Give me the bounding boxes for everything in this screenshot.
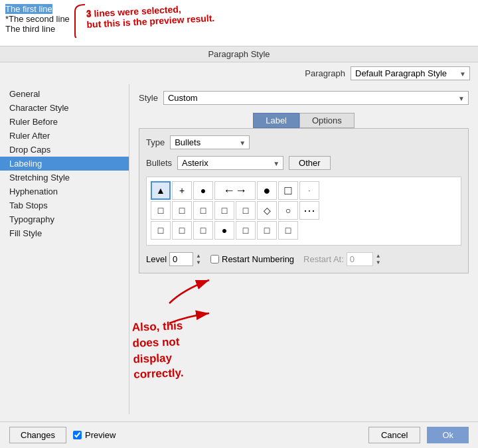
content-area: Style Custom Label Options Type Bullets xyxy=(129,84,478,414)
bullets-select-wrapper[interactable]: Asterix xyxy=(177,156,283,170)
bullets-grid-row3: □ □ □ ● □ □ □ xyxy=(151,221,457,240)
style-select-wrapper[interactable]: Custom xyxy=(163,91,469,105)
sidebar-item-hyphenation[interactable]: Hyphenation xyxy=(0,185,129,198)
title-bar: Paragraph Style xyxy=(0,46,478,62)
sidebar-item-labeling[interactable]: Labeling xyxy=(0,157,129,171)
bullet-cell-circle-outline[interactable]: ○ xyxy=(278,201,298,220)
sidebar-item-tab-stops[interactable]: Tab Stops xyxy=(0,198,129,212)
bullet-cell-square-outline[interactable]: □ xyxy=(278,181,298,200)
bullets-select[interactable]: Asterix xyxy=(177,156,283,170)
sidebar-item-ruler-before[interactable]: Ruler Before xyxy=(0,115,129,129)
svg-text:3: 3 xyxy=(86,8,91,18)
bullet-cell-sq5[interactable]: □ xyxy=(236,201,256,220)
restart-numbering-check: Restart Numbering xyxy=(210,254,294,264)
paragraph-label: Paragraph xyxy=(305,68,345,78)
other-button[interactable]: Other xyxy=(289,156,331,170)
sidebar-item-stretching-style[interactable]: Stretching Style xyxy=(0,171,129,185)
bullets-grid: ▲ + ● ←→ ● □ · □ □ □ □ □ ◇ ○ ⋯ xyxy=(146,177,461,246)
type-label: Type xyxy=(146,137,165,147)
type-select[interactable]: Bullets xyxy=(170,135,250,149)
bullet-cell-sq11[interactable]: □ xyxy=(278,221,298,240)
bullet-cell-sq1[interactable]: □ xyxy=(151,201,171,220)
line2-text: *The second line xyxy=(5,14,70,24)
bullets-label: Bullets xyxy=(146,158,172,168)
bullet-cell-circle-filled1[interactable]: ● xyxy=(193,181,213,200)
title-label: Paragraph Style xyxy=(208,49,270,59)
bottom-right: Cancel Ok xyxy=(368,427,469,443)
bullets-row: Bullets Asterix Other xyxy=(146,156,461,170)
restart-at-spinner: ▲ ▼ xyxy=(376,253,381,266)
ok-button[interactable]: Ok xyxy=(427,427,469,443)
bullet-cell-sq9[interactable]: □ xyxy=(236,221,256,240)
bullets-grid-row1: ▲ + ● ←→ ● □ · xyxy=(151,181,457,200)
sidebar-item-typography[interactable]: Typography xyxy=(0,212,129,226)
level-row: Level ▲ ▼ Restart Numbering Restart At: … xyxy=(146,252,461,266)
level-input-wrap: Level ▲ ▼ xyxy=(146,252,201,266)
line1-text: The first line xyxy=(5,4,52,14)
bullet-cell-sq2[interactable]: □ xyxy=(172,201,192,220)
restart-at-wrap: Restart At: ▲ ▼ xyxy=(303,252,381,266)
bullets-grid-row2: □ □ □ □ □ ◇ ○ ⋯ xyxy=(151,201,457,220)
bullet-cell-sq3[interactable]: □ xyxy=(193,201,213,220)
main-layout: General Character Style Ruler Before Rul… xyxy=(0,84,478,414)
panel-box: Type Bullets Bullets Asterix Other xyxy=(139,128,469,273)
preview-check-label[interactable]: Preview xyxy=(73,430,116,440)
sidebar-item-ruler-after[interactable]: Ruler After xyxy=(0,129,129,143)
paragraph-row: Paragraph Default Paragraph Style xyxy=(0,62,478,84)
bullet-cell-sq7[interactable]: □ xyxy=(172,221,192,240)
restart-at-input xyxy=(347,252,373,266)
sidebar-item-drop-caps[interactable]: Drop Caps xyxy=(0,143,129,157)
line3-text: The third line xyxy=(5,24,55,34)
bullet-cell-sq6[interactable]: □ xyxy=(151,221,171,240)
style-row: Style Custom xyxy=(139,91,469,105)
cancel-button[interactable]: Cancel xyxy=(368,427,420,443)
paragraph-select-wrapper[interactable]: Default Paragraph Style xyxy=(351,66,470,80)
sidebar-item-general[interactable]: General xyxy=(0,87,129,101)
paragraph-select[interactable]: Default Paragraph Style xyxy=(351,66,470,80)
bullet-cell-circle-filled2[interactable]: ● xyxy=(257,181,277,200)
level-label: Level xyxy=(146,254,167,264)
tab-label[interactable]: Label xyxy=(253,113,299,128)
preview-label: Preview xyxy=(85,430,116,440)
style-select[interactable]: Custom xyxy=(163,91,469,105)
spinner-up-icon[interactable]: ▲ xyxy=(196,253,201,260)
bottom-left: Changes Preview xyxy=(9,427,116,443)
restart-numbering-label: Restart Numbering xyxy=(222,254,294,264)
type-row: Type Bullets xyxy=(146,135,461,149)
bullet-cell-dotted-circle[interactable]: ⋯ xyxy=(299,201,319,220)
restart-numbering-checkbox[interactable] xyxy=(210,255,219,263)
bullet-cell-sq4[interactable]: □ xyxy=(214,201,234,220)
changes-button[interactable]: Changes xyxy=(9,427,66,443)
bullet-cell-diamond[interactable]: ◇ xyxy=(257,201,277,220)
sidebar-item-character-style[interactable]: Character Style xyxy=(0,101,129,115)
bottom-bar: Changes Preview Cancel Ok xyxy=(0,421,478,448)
bullet-cell-plus[interactable]: + xyxy=(172,181,192,200)
bullet-cell-dot-small[interactable]: · xyxy=(299,181,319,200)
level-spinner[interactable]: ▲ ▼ xyxy=(196,253,201,266)
level-input[interactable] xyxy=(169,252,193,266)
handwritten-note2: Also, thisdoes notdisplaycorrectly. xyxy=(131,316,240,383)
restart-at-label: Restart At: xyxy=(303,254,344,264)
bullet-cell-sq8[interactable]: □ xyxy=(193,221,213,240)
bullet-cell-circle-filled3[interactable]: ● xyxy=(214,221,234,240)
annotation-area: The first line *The second line The thir… xyxy=(0,0,478,46)
style-label: Style xyxy=(139,93,158,103)
sidebar-item-fill-style[interactable]: Fill Style xyxy=(0,226,129,240)
restart-spinner-up-icon: ▲ xyxy=(376,253,381,260)
bullet-cell-sq10[interactable]: □ xyxy=(257,221,277,240)
bullet-cell-left-right-arrow[interactable]: ←→ xyxy=(214,181,256,200)
tab-options[interactable]: Options xyxy=(299,113,355,128)
sidebar: General Character Style Ruler Before Rul… xyxy=(0,84,129,414)
bullet-cell-arrow-up[interactable]: ▲ xyxy=(151,181,171,200)
brace-svg: 3 xyxy=(72,1,92,38)
spinner-down-icon[interactable]: ▼ xyxy=(196,260,201,266)
restart-spinner-down-icon: ▼ xyxy=(376,260,381,266)
tab-bar: Label Options xyxy=(139,113,469,128)
type-select-wrapper[interactable]: Bullets xyxy=(170,135,250,149)
preview-checkbox[interactable] xyxy=(73,431,82,439)
